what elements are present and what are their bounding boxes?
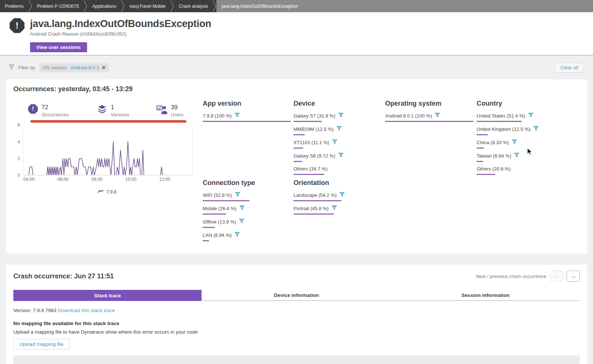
page-header: ! java.lang.IndexOutOfBoundsException An… (0, 12, 593, 56)
facet-bar-track (477, 174, 565, 175)
facet-label: MMB29M (12.5 %) (294, 126, 334, 132)
facet-column: Operating systemAndroid 6.0.1 (100 %) (385, 100, 477, 179)
clear-all-button[interactable]: Clear all (554, 63, 584, 73)
filter-funnel-icon[interactable] (339, 192, 345, 198)
facet-title: Country (477, 100, 580, 107)
facet-title: App version (203, 100, 294, 107)
stat-text: 72Occurrences (42, 104, 69, 118)
remove-filter-icon[interactable]: ✕ (102, 65, 106, 70)
stat-value: 1 (111, 104, 129, 111)
layers-icon (97, 104, 107, 116)
chevron-right-icon (212, 0, 216, 12)
facet-bar (294, 174, 324, 175)
breadcrumb-item[interactable]: Problems (0, 0, 28, 12)
facet-bar (294, 148, 303, 149)
filter-funnel-icon[interactable] (235, 232, 240, 238)
filter-funnel-icon[interactable] (332, 139, 337, 145)
stat-value: 72 (42, 104, 69, 111)
y-tick-label: 2 (13, 156, 20, 161)
occurrences-chart: 0246 04:0006:0008:0010:0012:00 (13, 125, 201, 181)
filter-funnel-icon[interactable] (235, 113, 240, 119)
stat-item: 1Versions (97, 104, 156, 118)
tab-session-information[interactable]: Session information (391, 290, 580, 301)
facet-bar-track (203, 121, 291, 122)
view-user-sessions-button[interactable]: View user sessions (30, 42, 87, 52)
stack-trace-table-header (13, 355, 580, 364)
facet-item: Portrait (45.8 %) (294, 205, 382, 215)
crash-occurrence-card: Crash occurrence: Jun 27 11:51 Next / pr… (6, 265, 587, 364)
content-area: Filter by OS version: Android 6.0.1 ✕ Cl… (0, 56, 593, 364)
facet-bar (294, 214, 334, 215)
crash-tabs: Stack traceDevice informationSession inf… (13, 290, 580, 301)
facet-label-row: United States (51.4 %) (477, 113, 565, 119)
filter-funnel-icon[interactable] (338, 113, 344, 119)
facet-label-row: Landscape (54.2 %) (294, 192, 382, 198)
facet-column: Connection typeWiFi (52.8 %)Mobile (26.4… (203, 179, 294, 245)
filter-chip-os-version[interactable]: OS version: Android 6.0.1 ✕ (39, 63, 109, 72)
facet-label: China (8.33 %) (477, 140, 509, 145)
crash-alert-icon: ! (10, 18, 24, 33)
filter-bar: Filter by OS version: Android 6.0.1 ✕ Cl… (6, 56, 587, 79)
facet-item: United States (51.4 %) (477, 113, 565, 122)
next-crash-button[interactable]: → (567, 271, 580, 282)
facet-item: 7.9.8 (100 %) (203, 113, 291, 122)
legend-label: 7.9.8 (106, 189, 116, 195)
facet-bar (477, 121, 522, 122)
facet-label: Portrait (45.8 %) (294, 206, 329, 211)
tab-device-information[interactable]: Device information (202, 290, 391, 301)
stat-label: Versions (111, 112, 129, 118)
facet-bar-track (294, 200, 382, 201)
facet-column: App version7.9.8 (100 %) (203, 100, 294, 179)
previous-crash-button[interactable]: ← (550, 271, 563, 282)
stack-trace-version-line: Version: 7.9.8 7983 Download this stack … (13, 308, 580, 313)
stat-value: 39 (171, 104, 183, 111)
filter-funnel-icon[interactable] (239, 205, 245, 211)
download-stack-trace-link[interactable]: Download this stack trace (58, 308, 115, 313)
upload-mapping-file-button[interactable]: Upload mapping file (13, 339, 69, 350)
facet-label-row: Others (20.8 %) (477, 166, 565, 172)
filter-funnel-icon[interactable] (512, 139, 517, 145)
occurrence-line-chart[interactable] (23, 125, 193, 175)
filter-funnel-icon[interactable] (338, 153, 344, 159)
filter-funnel-icon[interactable] (514, 153, 519, 159)
filter-funnel-icon[interactable] (435, 113, 440, 119)
facet-label-row: United Kingdom (12.5 %) (477, 126, 565, 132)
filter-funnel-icon[interactable] (533, 126, 539, 132)
breadcrumb-item[interactable]: Applications (87, 0, 121, 12)
facet-bar-track (477, 134, 565, 135)
facet-bar-track (294, 134, 382, 135)
crash-nav-label: Next / previous crash occurrence (476, 274, 546, 279)
facet-label: Landscape (54.2 %) (294, 192, 337, 198)
facet-label-row: LAN (6.94 %) (203, 232, 291, 238)
facet-bar (203, 240, 209, 241)
facet-label-row: Galaxy S6 (9.72 %) (294, 153, 382, 159)
facet-label: 7.9.8 (100 %) (203, 113, 232, 119)
breadcrumb-item[interactable]: Problem P-22063075 (32, 0, 83, 12)
facet-bar (385, 121, 473, 122)
facet-bar (294, 134, 305, 135)
facet-bar-track (294, 121, 382, 122)
facet-label: XT1103 (11.1 %) (294, 140, 329, 145)
facet-bar-track (203, 240, 291, 241)
facet-bar-track (477, 121, 565, 122)
breadcrumb-item-current[interactable]: java.lang.IndexOutOfBoundsException (216, 0, 593, 12)
filter-funnel-icon[interactable] (239, 219, 244, 225)
chevron-right-icon (28, 0, 32, 12)
y-tick-label: 4 (13, 139, 20, 145)
y-tick-label: 0 (13, 173, 20, 178)
facet-item: XT1103 (11.1 %) (294, 139, 382, 149)
alert-octagon-icon: ! (28, 104, 38, 114)
facet-title: Orientation (294, 179, 385, 187)
breadcrumb-item[interactable]: easyTravel Mobile (125, 0, 170, 12)
filter-funnel-icon[interactable] (337, 126, 342, 132)
x-tick-label: 08:00 (92, 177, 103, 182)
filter-funnel-icon[interactable] (528, 113, 533, 119)
stat-item: !72Occurrences (28, 104, 97, 118)
tab-stack-trace[interactable]: Stack trace (13, 290, 202, 301)
time-selection-bar[interactable] (30, 120, 186, 123)
facet-title: Operating system (385, 100, 477, 107)
filter-funnel-icon[interactable] (235, 192, 240, 198)
version-label: Version: 7.9.8 7983 (13, 308, 56, 313)
filter-funnel-icon[interactable] (332, 205, 337, 211)
breadcrumb-item[interactable]: Crash analysis (174, 0, 213, 12)
